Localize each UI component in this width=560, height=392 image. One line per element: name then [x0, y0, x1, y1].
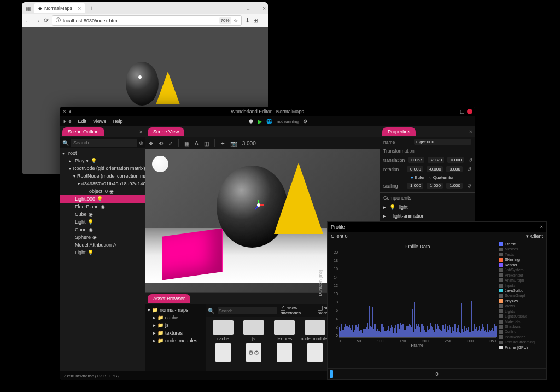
properties-tab[interactable]: Properties — [382, 127, 416, 136]
menu-edit[interactable]: Edit — [78, 119, 87, 124]
quaternion-radio[interactable]: ○ Quaternion — [429, 175, 455, 180]
tab-close-icon[interactable]: × — [78, 5, 81, 11]
outline-item[interactable]: ▾d349857a01fb49a18d92a1403b2 — [60, 180, 145, 188]
show-hidden-checkbox[interactable] — [318, 306, 323, 311]
text-tool-icon[interactable]: A — [195, 141, 199, 147]
outline-item[interactable]: Cube ◉ — [60, 210, 145, 218]
scaling-x[interactable]: 1.000 — [407, 183, 423, 189]
legend-item[interactable]: Views — [499, 303, 545, 308]
asset-browser-tab[interactable]: Asset Browser — [148, 294, 190, 303]
window-close-icon[interactable]: × — [262, 5, 266, 11]
translation-z[interactable]: 0.000 — [447, 157, 464, 163]
show-dirs-checkbox[interactable] — [281, 306, 285, 311]
run-settings-icon[interactable]: ⚙ — [303, 119, 307, 124]
legend-item[interactable]: Materials — [499, 319, 545, 324]
window-system-icon[interactable]: ✕ — [62, 109, 67, 114]
asset-tree-item[interactable]: ▸📁textures — [148, 329, 203, 337]
outline-item[interactable]: ▾RootNode (gltf orientation matrix) — [60, 165, 145, 172]
bookmark-icon[interactable]: ☆ — [234, 18, 238, 24]
scaling-z[interactable]: 1.000 — [446, 183, 463, 189]
asset-tree-item[interactable]: ▸📁cache — [148, 314, 203, 321]
legend-item[interactable]: Meshes — [499, 247, 545, 251]
outline-item[interactable]: ▸Player 💡 — [60, 157, 145, 165]
legend-item[interactable]: JobSystem — [499, 267, 545, 272]
outline-item[interactable]: ▾root — [60, 149, 145, 157]
window-pin-icon[interactable]: ♦ — [69, 109, 72, 114]
asset-folder[interactable]: js — [240, 320, 268, 341]
outline-item[interactable]: FloorPlane ◉ — [60, 203, 145, 210]
back-button[interactable]: ← — [25, 17, 31, 24]
transform-gizmo[interactable] — [252, 198, 263, 209]
legend-item[interactable]: PreRender — [499, 273, 545, 278]
browser-tab[interactable]: ◆ NormalMaps × — [34, 3, 85, 13]
legend-item[interactable]: Inputs — [499, 283, 545, 288]
asset-folder[interactable]: cache — [209, 320, 237, 341]
legend-item[interactable]: AnimGraph — [499, 278, 545, 283]
compile-icon[interactable]: ⬢ — [249, 119, 253, 124]
window-minimize-icon[interactable]: — — [453, 109, 458, 114]
legend-item[interactable]: LightsUpload — [499, 314, 545, 319]
asset-tree-item[interactable]: ▸📁js — [148, 321, 203, 329]
outline-item[interactable]: Light 💡 — [60, 218, 145, 226]
camera-icon[interactable]: 📷 — [230, 141, 237, 147]
translation-y[interactable]: 2.128 — [428, 157, 444, 163]
outline-item[interactable]: Light 💡 — [60, 249, 145, 256]
asset-file[interactable] — [301, 343, 329, 364]
component-row[interactable]: ▸💡light⋮ — [380, 203, 475, 212]
legend-item[interactable]: Lights — [499, 309, 545, 314]
window-menu-icon[interactable]: ⌄ — [246, 5, 250, 11]
timeline-value[interactable]: 3.000 — [242, 141, 256, 147]
add-object-icon[interactable]: ⊕ — [139, 140, 143, 146]
legend-item[interactable]: PostRender — [499, 335, 545, 340]
outline-item[interactable]: Sphere ◉ — [60, 233, 145, 241]
legend-item[interactable]: JavaScript — [499, 288, 545, 293]
profiler-close-icon[interactable]: × — [540, 224, 543, 230]
browser-menu-icon[interactable]: ≡ — [261, 17, 265, 24]
profiler-chart[interactable]: Profile Data Duration [ms] 0246810121416… — [328, 241, 498, 368]
zoom-badge[interactable]: 70% — [219, 17, 231, 24]
reset-translation-icon[interactable]: ↺ — [468, 157, 472, 163]
outline-item[interactable]: Cone ◉ — [60, 226, 145, 233]
translation-x[interactable]: 0.067 — [408, 157, 424, 163]
window-maximize-icon[interactable]: ▢ — [460, 109, 465, 114]
legend-item[interactable]: Texts — [499, 252, 545, 257]
reset-scaling-icon[interactable]: ↺ — [467, 183, 471, 189]
rotation-z[interactable]: 0.000 — [446, 166, 463, 172]
euler-radio[interactable]: ● Euler — [411, 175, 425, 180]
outline-search-input[interactable] — [71, 139, 137, 147]
open-browser-icon[interactable]: 🌐 — [266, 119, 272, 124]
asset-file[interactable] — [270, 343, 299, 364]
legend-item[interactable]: Culling — [499, 329, 545, 334]
scene-view-tab[interactable]: Scene View — [148, 127, 184, 136]
legend-item[interactable]: Skinning — [499, 257, 545, 262]
asset-file[interactable] — [209, 343, 237, 364]
client-dropdown[interactable]: ▾ Client — [526, 233, 543, 239]
snap-tool-icon[interactable]: ◫ — [204, 141, 209, 147]
asset-file[interactable] — [240, 343, 268, 364]
new-tab-button[interactable]: + — [88, 4, 96, 12]
grid-tool-icon[interactable]: ▦ — [184, 141, 189, 147]
extensions-icon[interactable]: ⊞ — [253, 17, 258, 24]
asset-tree-item[interactable]: ▾📁normal-maps — [148, 306, 203, 314]
scrub-handle[interactable] — [330, 370, 333, 378]
move-tool-icon[interactable]: ✥ — [149, 141, 153, 147]
scene-outline-tab[interactable]: Scene Outline — [62, 127, 104, 136]
asset-folder[interactable]: textures — [270, 320, 299, 341]
asset-folder[interactable]: node_modules — [301, 320, 329, 341]
rotation-x[interactable]: 0.000 — [407, 166, 423, 172]
legend-item[interactable]: Physics — [499, 299, 545, 303]
window-minimize-icon[interactable]: — — [254, 5, 259, 11]
scale-tool-icon[interactable]: ⤢ — [168, 141, 173, 147]
component-row[interactable]: ▸light-animation⋮ — [380, 212, 475, 220]
panel-close-icon[interactable]: × — [469, 128, 472, 135]
legend-item[interactable]: Shadows — [499, 324, 545, 329]
download-icon[interactable]: ⬇ — [245, 17, 250, 24]
outline-item[interactable]: Model Attribution A — [60, 241, 145, 249]
url-input[interactable]: ⓘ localhost:8080/index.html 70% ☆ — [52, 15, 242, 26]
asset-search-input[interactable] — [218, 307, 277, 314]
panel-close-icon[interactable]: × — [139, 128, 143, 135]
rotation-y[interactable]: -0.000 — [427, 166, 443, 172]
rotate-tool-icon[interactable]: ⟲ — [159, 141, 163, 147]
sidebar-toggle-icon[interactable]: ▦ — [24, 4, 32, 12]
name-field[interactable]: Light.000 — [414, 139, 471, 145]
